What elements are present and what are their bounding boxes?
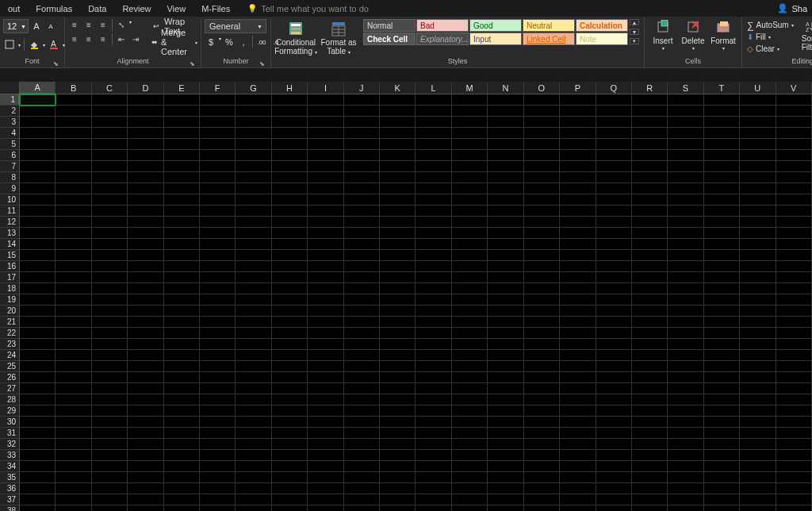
cell[interactable] [740,494,776,505]
cell[interactable] [200,172,236,183]
cell[interactable] [236,361,271,372]
cell[interactable] [596,261,632,272]
cell[interactable] [668,239,703,250]
cell[interactable] [596,117,632,128]
style-explanatory[interactable]: Explanatory... [416,33,469,45]
cell[interactable] [308,339,343,350]
cell[interactable] [128,172,163,183]
cell[interactable] [344,150,380,161]
cell[interactable] [416,405,451,417]
cell[interactable] [596,472,632,483]
cell[interactable] [704,472,740,483]
cell[interactable] [776,194,812,206]
cell[interactable] [596,172,632,183]
cell[interactable] [236,194,271,206]
cell[interactable] [344,161,380,172]
cell[interactable] [272,239,308,250]
cell[interactable] [488,494,523,505]
cell[interactable] [668,283,703,294]
cell[interactable] [776,472,812,483]
cell[interactable] [668,372,703,383]
cell[interactable] [344,417,380,428]
cell[interactable] [632,161,668,172]
number-format-combo[interactable]: General ▼ [205,19,266,33]
cell[interactable] [560,261,596,272]
cell[interactable] [668,250,703,261]
cell[interactable] [776,328,812,339]
autosum-button[interactable]: ∑ AutoSum ▾ [745,19,795,31]
cell[interactable] [704,428,740,439]
cell[interactable] [380,339,416,350]
cell[interactable] [272,139,308,150]
cell[interactable] [524,183,560,194]
cell[interactable] [560,417,596,428]
gallery-down-button[interactable]: ▼ [630,29,639,35]
cell[interactable] [560,472,596,483]
row-header[interactable]: 4 [0,128,20,139]
row-header[interactable]: 10 [0,194,20,206]
cell[interactable] [308,383,343,394]
row-header[interactable]: 24 [0,350,20,361]
cell[interactable] [488,505,523,511]
cell[interactable] [200,106,236,117]
cell[interactable] [380,439,416,450]
cell[interactable] [200,505,236,511]
cell[interactable] [740,239,776,250]
cell[interactable] [128,94,163,106]
cell[interactable] [56,261,91,272]
cell[interactable] [308,461,343,472]
cell[interactable] [524,228,560,239]
row-header[interactable]: 16 [0,261,20,272]
cell[interactable] [128,261,163,272]
cell[interactable] [380,172,416,183]
cell[interactable] [560,305,596,317]
cell[interactable] [128,350,163,361]
cell[interactable] [56,339,91,350]
cell[interactable] [776,294,812,305]
cell[interactable] [272,294,308,305]
cell[interactable] [344,139,380,150]
menu-layout[interactable]: out [0,4,28,13]
cell[interactable] [704,417,740,428]
cell[interactable] [596,361,632,372]
cell[interactable] [200,94,236,106]
cell[interactable] [200,394,236,405]
cell[interactable] [56,428,91,439]
cell[interactable] [200,483,236,494]
cell[interactable] [164,94,200,106]
column-header[interactable]: O [524,82,560,94]
cell[interactable] [668,428,703,439]
cell[interactable] [488,472,523,483]
cell[interactable] [632,294,668,305]
cell[interactable] [164,161,200,172]
cell[interactable] [200,239,236,250]
cell[interactable] [488,139,523,150]
cell[interactable] [776,350,812,361]
cell[interactable] [56,394,91,405]
cell[interactable] [56,461,91,472]
cell[interactable] [776,183,812,194]
cell[interactable] [20,272,56,283]
cell[interactable] [632,183,668,194]
cell[interactable] [236,461,271,472]
cell[interactable] [452,339,488,350]
menu-formulas[interactable]: Formulas [28,4,80,13]
cell[interactable] [380,350,416,361]
style-note[interactable]: Note [576,33,628,45]
cell[interactable] [128,217,163,228]
cell[interactable] [596,94,632,106]
cell[interactable] [524,461,560,472]
cell[interactable] [416,206,451,217]
cell[interactable] [344,117,380,128]
cell[interactable] [740,172,776,183]
cell[interactable] [164,417,200,428]
cell[interactable] [560,294,596,305]
cell[interactable] [308,106,343,117]
cell[interactable] [488,217,523,228]
cell[interactable] [668,461,703,472]
cell[interactable] [200,206,236,217]
cell[interactable] [668,328,703,339]
cell[interactable] [272,461,308,472]
cell[interactable] [776,250,812,261]
cell[interactable] [164,228,200,239]
